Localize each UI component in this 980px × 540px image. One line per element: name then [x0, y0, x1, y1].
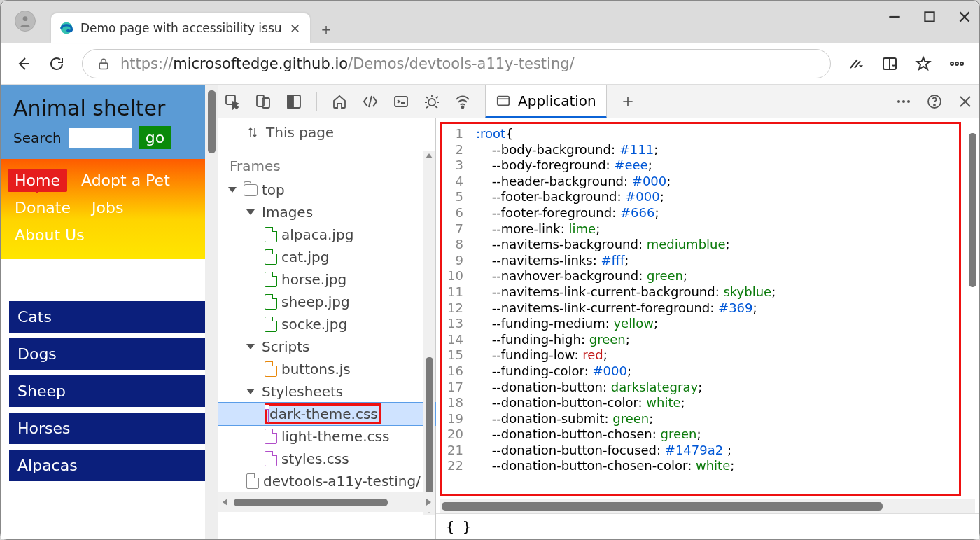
elements-icon[interactable]	[362, 93, 379, 110]
tree-row[interactable]: devtools-a11y-testing/	[218, 470, 435, 492]
list-item[interactable]: Horses	[9, 413, 209, 444]
titlebar: Demo page with accessibility issu ✕ ＋	[1, 1, 979, 43]
application-icon	[496, 93, 511, 109]
new-tab-button[interactable]: ＋	[320, 23, 332, 36]
frames-vscroll[interactable]	[423, 151, 435, 515]
help-icon[interactable]	[926, 93, 943, 110]
file-icon	[265, 361, 277, 377]
tab-title: Demo page with accessibility issu	[80, 21, 282, 35]
search-input[interactable]	[69, 128, 132, 148]
add-tab-icon[interactable]	[621, 93, 635, 110]
minimize-button[interactable]	[887, 9, 902, 25]
dock-icon[interactable]	[286, 93, 302, 110]
file-icon	[265, 249, 277, 265]
frames-hscroll[interactable]	[218, 492, 435, 512]
reader-button[interactable]	[881, 55, 898, 72]
tree-row[interactable]: alpaca.jpg	[218, 223, 435, 246]
network-icon[interactable]	[454, 93, 471, 110]
home-icon[interactable]	[331, 93, 348, 110]
lock-icon	[97, 57, 111, 71]
console-icon[interactable]	[393, 93, 410, 110]
svg-point-25	[907, 100, 910, 103]
file-icon	[246, 473, 259, 489]
source-highlight: 12345678910111213141516171819202122 :roo…	[440, 122, 961, 496]
tree-row[interactable]: buttons.js	[218, 358, 435, 380]
list-item[interactable]: Dogs	[9, 338, 209, 370]
debug-icon[interactable]	[424, 93, 440, 110]
maximize-button[interactable]	[922, 9, 937, 25]
devtools-close-icon[interactable]	[957, 93, 974, 110]
devtools-more-icon[interactable]	[895, 93, 912, 110]
nav-bar: HomeAdopt a PetDonateJobsAbout Us	[1, 159, 218, 259]
file-icon	[265, 451, 277, 466]
inspect-icon[interactable]	[224, 93, 241, 110]
file-icon	[268, 405, 270, 423]
page-title: Animal shelter	[13, 96, 205, 120]
nav-link[interactable]: Adopt a Pet	[74, 169, 177, 192]
nav-link[interactable]: Home	[8, 169, 67, 192]
address-bar: https://microsoftedge.github.io/Demos/de…	[1, 43, 979, 85]
tree-row[interactable]: cat.jpg	[218, 246, 435, 268]
tree-row[interactable]: sheep.jpg	[218, 291, 435, 313]
tree-row[interactable]: dark-theme.css	[218, 403, 435, 425]
frames-heading: Frames	[218, 146, 435, 179]
application-tab[interactable]: Application	[485, 85, 607, 118]
profile-avatar[interactable]	[15, 11, 36, 32]
close-button[interactable]	[957, 9, 972, 25]
search-label: Search	[13, 130, 62, 146]
tree-row[interactable]: Images	[218, 201, 435, 223]
read-aloud-button[interactable]	[848, 55, 864, 72]
nav-link[interactable]: Donate	[8, 196, 78, 219]
go-button[interactable]: go	[139, 126, 172, 149]
svg-point-27	[934, 104, 935, 106]
svg-point-0	[23, 16, 28, 21]
nav-link[interactable]: About Us	[8, 223, 92, 247]
device-icon[interactable]	[255, 93, 272, 110]
source-code[interactable]: :root{ --body-background: #111; --body-f…	[472, 124, 780, 476]
back-button[interactable]	[15, 55, 31, 72]
svg-rect-16	[395, 97, 407, 106]
svg-point-10	[960, 62, 963, 65]
sort-icon	[246, 126, 259, 139]
url-text: https://microsoftedge.github.io/Demos/de…	[120, 55, 575, 72]
url-field[interactable]: https://microsoftedge.github.io/Demos/de…	[82, 49, 831, 78]
tree-row[interactable]: socke.jpg	[218, 313, 435, 335]
edge-icon	[59, 21, 74, 35]
file-icon	[265, 227, 277, 242]
tree-row[interactable]: styles.css	[218, 448, 435, 470]
line-gutter: 12345678910111213141516171819202122	[442, 124, 472, 476]
file-icon	[265, 429, 277, 444]
more-button[interactable]	[948, 55, 965, 72]
source-panel: 12345678910111213141516171819202122 :roo…	[435, 118, 979, 539]
source-vscroll[interactable]	[965, 119, 979, 539]
svg-point-8	[951, 62, 953, 65]
favorite-button[interactable]	[915, 55, 932, 72]
list-item[interactable]: Sheep	[9, 375, 209, 407]
file-icon	[265, 272, 277, 287]
svg-point-17	[428, 99, 435, 106]
source-hscroll[interactable]	[440, 499, 975, 513]
devtools: Application This page Frames topImagesal…	[218, 85, 979, 539]
tree-row[interactable]: horse.jpg	[218, 268, 435, 291]
tree-row[interactable]: Scripts	[218, 335, 435, 358]
nav-link[interactable]: Jobs	[85, 196, 130, 219]
list-item[interactable]: Cats	[9, 301, 209, 333]
devtools-toolbar: Application	[218, 85, 979, 118]
frames-panel: This page Frames topImagesalpaca.jpgcat.…	[218, 118, 435, 539]
file-icon	[265, 317, 277, 332]
refresh-button[interactable]	[48, 55, 65, 72]
brace-indicator: { }	[436, 513, 979, 539]
tree-row[interactable]: light-theme.css	[218, 425, 435, 448]
list-item[interactable]: Alpacas	[9, 450, 209, 481]
browser-tab[interactable]: Demo page with accessibility issu ✕	[51, 13, 310, 43]
close-tab-icon[interactable]: ✕	[289, 22, 302, 34]
this-page-row[interactable]: This page	[218, 118, 435, 146]
tree-row[interactable]: Stylesheets	[218, 380, 435, 403]
page-scrollbar[interactable]	[205, 85, 218, 539]
tree-row[interactable]: top	[218, 179, 435, 201]
svg-rect-3	[925, 12, 934, 21]
window-controls	[887, 9, 972, 25]
svg-rect-15	[288, 95, 293, 108]
frame-icon	[244, 184, 258, 196]
page-preview: Animal shelter Search go HomeAdopt a Pet…	[1, 85, 218, 539]
